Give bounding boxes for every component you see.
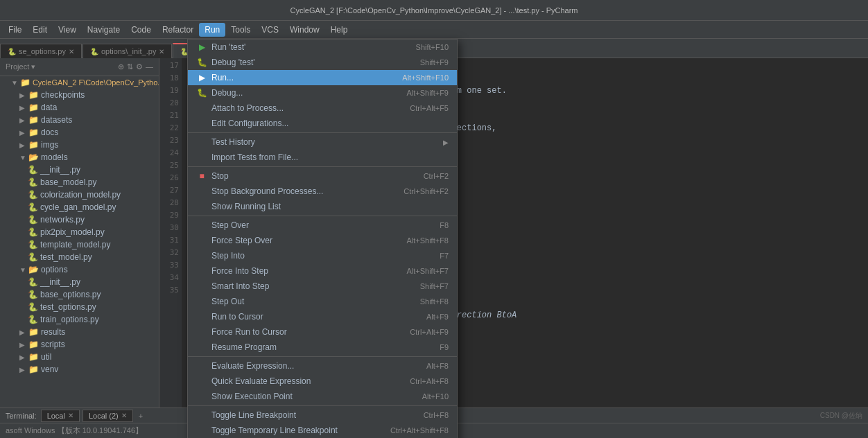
sidebar: Project ▾ ⊕ ⇅ ⚙ — ▼ 📁 CycleGAN_2 F\Code\… [0, 58, 159, 423]
menu-stop[interactable]: ■ Stop Ctrl+F2 [188, 168, 457, 184]
sidebar-item-docs[interactable]: ▶ 📁 docs [0, 126, 159, 139]
menu-navigate[interactable]: Navigate [82, 23, 125, 37]
sidebar-item-init-options[interactable]: 🐍 __init__.py [0, 276, 159, 288]
file-icon: 🐍 [28, 315, 38, 324]
stop-bg-icon [196, 186, 207, 197]
menu-force-step-over[interactable]: Force Step Over Alt+Shift+F8 [188, 233, 457, 248]
separator-1 [188, 132, 457, 133]
menu-step-into[interactable]: Step Into F7 [188, 248, 457, 263]
force-run-cursor-icon [196, 326, 207, 338]
menu-stop-bg[interactable]: Stop Background Processes... Ctrl+Shift+… [188, 184, 457, 199]
attach-icon [196, 103, 207, 114]
menu-show-exec[interactable]: Show Execution Point Alt+F10 [188, 389, 457, 404]
sidebar-item-results[interactable]: ▶ 📁 results [0, 326, 159, 338]
menu-file[interactable]: File [3, 23, 27, 37]
menu-step-out[interactable]: Step Out Shift+F8 [188, 294, 457, 309]
folder-icon: 📁 [28, 140, 39, 150]
sidebar-item-colorization[interactable]: 🐍 colorization_model.py [0, 189, 159, 201]
menu-force-run-cursor[interactable]: Force Run to Cursor Ctrl+Alt+F9 [188, 324, 457, 340]
menu-show-running[interactable]: Show Running List [188, 199, 457, 214]
stop-icon: ■ [196, 170, 207, 182]
menu-run-to-cursor[interactable]: Run to Cursor Alt+F9 [188, 309, 457, 324]
menu-run-test[interactable]: ▶ Run 'test' Shift+F10 [188, 40, 457, 55]
tab-se-options[interactable]: 🐍 se_options.py ✕ [0, 44, 82, 58]
sidebar-item-checkpoints[interactable]: ▶ 📁 checkpoints [0, 89, 159, 101]
menu-test-history[interactable]: Test History ▶ [188, 134, 457, 150]
folder-icon: 📁 [28, 128, 39, 137]
close-icon[interactable]: ✕ [121, 412, 127, 419]
running-icon [196, 201, 207, 212]
menu-force-step-into[interactable]: Force Into Step Alt+Shift+F7 [188, 263, 457, 279]
terminal-tab-local[interactable]: Local ✕ [41, 410, 80, 422]
sidebar-item-models[interactable]: ▼ 📂 models [0, 151, 159, 164]
sidebar-item-init-models[interactable]: 🐍 __init__.py [0, 164, 159, 176]
menu-smart-step-into[interactable]: Smart Into Step Shift+F7 [188, 279, 457, 294]
arrow-icon: ▶ [19, 341, 26, 349]
menu-toggle-temp-bp[interactable]: Toggle Temporary Line Breakpoint Ctrl+Al… [188, 423, 457, 438]
sidebar-item-data[interactable]: ▶ 📁 data [0, 101, 159, 114]
sidebar-item-scripts[interactable]: ▶ 📁 scripts [0, 338, 159, 351]
sidebar-item-pix2pix[interactable]: 🐍 pix2pix_model.py [0, 226, 159, 238]
file-icon: 🐍 [28, 252, 38, 262]
menu-toggle-line-bp[interactable]: Toggle Line Breakpoint Ctrl+F8 [188, 408, 457, 423]
menu-vcs[interactable]: VCS [256, 23, 284, 37]
menu-run[interactable]: Run [199, 23, 225, 37]
tree-root[interactable]: ▼ 📁 CycleGAN_2 F\Code\OpenCv_Pytho... [0, 76, 159, 89]
sidebar-item-util[interactable]: ▶ 📁 util [0, 351, 159, 363]
terminal-add-button[interactable]: + [134, 410, 147, 421]
menu-import-tests[interactable]: Import Tests from File... [188, 150, 457, 165]
separator-2 [188, 166, 457, 167]
menu-run-dots[interactable]: ▶ Run... Alt+Shift+F10 [188, 70, 457, 85]
force-step-into-icon [196, 265, 207, 277]
menu-edit-configs[interactable]: Edit Configurations... [188, 116, 457, 131]
sidebar-item-datasets[interactable]: ▶ 📁 datasets [0, 114, 159, 126]
sidebar-icon-gear[interactable]: ⚙ [136, 62, 143, 71]
menu-step-over[interactable]: Step Over F8 [188, 218, 457, 233]
exec-point-icon [196, 391, 207, 402]
menu-quick-eval[interactable]: Quick Evaluate Expression Ctrl+Alt+F8 [188, 374, 457, 389]
menu-eval-expr[interactable]: Evaluate Expression... Alt+F8 [188, 358, 457, 374]
terminal-tab-local2[interactable]: Local (2) ✕ [83, 410, 133, 422]
sidebar-item-imgs[interactable]: ▶ 📁 imgs [0, 139, 159, 151]
sidebar-item-options[interactable]: ▼ 📂 options [0, 263, 159, 276]
menu-refactor[interactable]: Refactor [157, 23, 199, 37]
arrow-icon: ▶ [19, 91, 26, 99]
tab-options-init[interactable]: 🐍 options\_init_.py ✕ [83, 44, 173, 58]
menu-tools[interactable]: Tools [225, 23, 256, 37]
step-over-icon [196, 220, 207, 231]
sidebar-icon-scroll[interactable]: ⇅ [127, 62, 133, 71]
line-bp-icon [196, 410, 207, 421]
sidebar-item-template[interactable]: 🐍 template_model.py [0, 238, 159, 251]
menu-code[interactable]: Code [125, 23, 157, 37]
sidebar-item-train-options[interactable]: 🐍 train_options.py [0, 313, 159, 326]
menu-debug-dots[interactable]: 🐛 Debug... Alt+Shift+F9 [188, 85, 457, 100]
sidebar-item-base-model[interactable]: 🐍 base_model.py [0, 176, 159, 189]
menu-attach[interactable]: Attach to Process... Ctrl+Alt+F5 [188, 100, 457, 116]
folder-icon: 📂 [28, 265, 39, 274]
sidebar-item-cycle-gan[interactable]: 🐍 cycle_gan_model.py [0, 201, 159, 213]
sidebar-item-test-options[interactable]: 🐍 test_options.py [0, 301, 159, 313]
force-step-over-icon [196, 235, 207, 246]
sidebar-item-base-options[interactable]: 🐍 base_options.py [0, 288, 159, 301]
arrow-icon: ▼ [19, 154, 26, 161]
menu-edit[interactable]: Edit [27, 23, 53, 37]
sidebar-item-networks[interactable]: 🐍 networks.py [0, 213, 159, 226]
close-icon[interactable]: ✕ [159, 48, 164, 55]
menu-help[interactable]: Help [325, 23, 354, 37]
close-icon[interactable]: ✕ [68, 412, 73, 419]
menu-resume[interactable]: Resume Program F9 [188, 340, 457, 355]
sidebar-icon-add[interactable]: ⊕ [118, 62, 124, 71]
arrow-icon: ▶ [19, 116, 26, 124]
menu-view[interactable]: View [53, 23, 82, 37]
sidebar-icon-hide[interactable]: — [146, 62, 153, 71]
folder-icon: 📁 [28, 340, 39, 349]
menu-window[interactable]: Window [284, 23, 325, 37]
run-icon: ▶ [196, 42, 207, 53]
arrow-icon: ▶ [19, 353, 26, 361]
file-icon: 🐍 [28, 302, 38, 312]
sidebar-item-test-model[interactable]: 🐍 test_model.py [0, 251, 159, 263]
close-icon[interactable]: ✕ [69, 48, 74, 55]
import-icon [196, 152, 207, 163]
sidebar-item-venv[interactable]: ▶ 📁 venv [0, 363, 159, 376]
menu-debug-test[interactable]: 🐛 Debug 'test' Shift+F9 [188, 55, 457, 70]
